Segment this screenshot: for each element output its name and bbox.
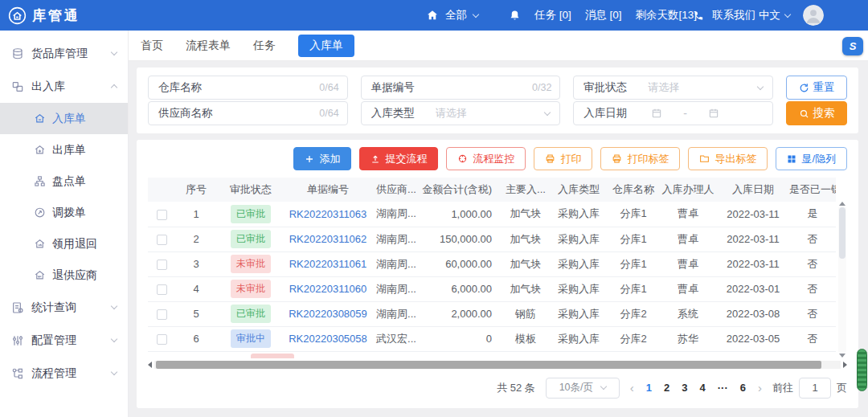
sidebar-item-outbound-order[interactable]: 出库单: [0, 134, 128, 166]
flow-monitor-button[interactable]: 流程监控: [446, 147, 526, 170]
inbound-type-select[interactable]: 入库类型 请选择: [361, 101, 561, 125]
doc-number-link[interactable]: RK20220311062: [289, 233, 367, 245]
vertical-scroll-track[interactable]: [838, 207, 846, 352]
reset-label: 重置: [813, 80, 835, 95]
horizontal-scroll-thumb[interactable]: [156, 361, 821, 369]
next-page-button[interactable]: ›: [758, 381, 762, 395]
sidebar-item-label: 入库单: [52, 112, 86, 126]
page-ellipsis[interactable]: ···: [718, 382, 728, 394]
status-badge: 审批中: [231, 329, 271, 348]
page-size-select[interactable]: 10条/页: [546, 378, 620, 399]
row-checkbox[interactable]: [157, 284, 167, 295]
print-button[interactable]: 打印: [534, 147, 592, 170]
submit-flow-button[interactable]: 提交流程: [359, 147, 438, 170]
cell-seq: 2: [175, 227, 217, 251]
cell-supplier: 湖南周...: [371, 227, 421, 251]
tab-home[interactable]: 首页: [141, 39, 163, 53]
supplier-name-field[interactable]: 供应商名称 0/64: [148, 101, 348, 125]
char-counter: 0/32: [436, 82, 560, 93]
reset-button[interactable]: 重置: [786, 76, 847, 100]
warehouse-name-field[interactable]: 仓库名称 0/64: [148, 76, 348, 100]
table-row[interactable]: 1 已审批 RK20220311063 湖南周... 1,000.00 加气块 …: [148, 202, 836, 227]
horizontal-scroll-track[interactable]: [154, 361, 841, 369]
row-checkbox[interactable]: [157, 235, 167, 245]
sidebar-item-inout[interactable]: 出入库: [0, 70, 128, 103]
sidebar-item-inbound-order[interactable]: 入库单: [0, 103, 128, 134]
floating-helper-button[interactable]: S: [842, 37, 863, 55]
inbound-date-range-field[interactable]: 入库日期 -: [573, 101, 773, 125]
export-tag-button[interactable]: 导出标签: [688, 147, 768, 170]
bell-icon[interactable]: [509, 10, 521, 22]
scroll-up-icon[interactable]: [839, 202, 845, 206]
print-tag-button[interactable]: 打印标签: [600, 147, 680, 170]
doc-number-link[interactable]: RK20220308059: [289, 308, 367, 320]
scroll-down-icon[interactable]: [839, 354, 845, 358]
sidebar-item-config[interactable]: 配置管理: [0, 324, 128, 357]
sidebar-item-stats[interactable]: 统计查询: [0, 291, 128, 324]
tab-task[interactable]: 任务: [253, 39, 276, 53]
search-button[interactable]: 搜索: [786, 101, 847, 125]
green-scroll-widget[interactable]: [857, 349, 867, 391]
table-row[interactable]: 6 审批中 RK20220305058 武汉宏... 0 模板 采购入库 分库2…: [148, 326, 836, 351]
sidebar-item-stocktake-order[interactable]: 盘点单: [0, 166, 128, 197]
sidebar-item-supplier-return[interactable]: 退供应商: [0, 260, 128, 291]
row-checkbox[interactable]: [157, 334, 167, 345]
vertical-scroll-thumb[interactable]: [839, 207, 845, 259]
tabbar: 首页 流程表单 任务 入库单: [129, 31, 868, 61]
contact-link[interactable]: 联系我们: [693, 0, 755, 31]
warehouse-back-icon: [34, 269, 46, 281]
page-6[interactable]: 6: [740, 382, 746, 394]
page-1[interactable]: 1: [646, 382, 652, 394]
show-hide-columns-button[interactable]: 显/隐列: [776, 147, 847, 170]
vertical-scrollbar[interactable]: [837, 202, 847, 358]
add-button[interactable]: 添加: [293, 147, 351, 170]
scroll-right-icon[interactable]: [843, 362, 847, 368]
sidebar-item-goods[interactable]: 货品库管理: [0, 37, 128, 70]
doc-number-link[interactable]: RK20220311063: [289, 208, 367, 220]
days-left-label: 剩余天数[13]: [636, 8, 698, 22]
table-row[interactable]: 4 未审批 RK20220311060 湖南周... 6,000.00 加气块 …: [148, 276, 836, 301]
printer-icon: [545, 153, 555, 164]
page-4[interactable]: 4: [700, 382, 706, 394]
tab-process-form[interactable]: 流程表单: [186, 39, 231, 53]
table-toolbar: 添加 提交流程 流程监控 打印 打印标签 导出标签: [148, 147, 847, 170]
doc-number-link[interactable]: RK20220305058: [289, 333, 367, 345]
tab-inbound-active[interactable]: 入库单: [298, 35, 354, 57]
doc-number-field[interactable]: 单据编号 0/32: [361, 76, 561, 100]
horizontal-scrollbar[interactable]: [148, 360, 847, 370]
table-row[interactable]: 3 未审批 RK20220311061 湖南周... 60,000.00 加气块…: [148, 251, 836, 276]
goto-page-input[interactable]: [799, 378, 831, 399]
sidebar-item-label: 出入库: [31, 80, 65, 94]
cell-handler: 苏华: [659, 326, 717, 351]
field-label: 供应商名称: [149, 106, 223, 121]
table-row[interactable]: 5 已审批 RK20220308059 湖南周... 2,000.00 钢筋 采…: [148, 301, 836, 326]
scope-select[interactable]: 全部: [426, 0, 478, 31]
prev-page-button[interactable]: ‹: [630, 381, 634, 395]
table-row[interactable]: 2 已审批 RK20220311062 湖南周... 150,000.00 加气…: [148, 227, 836, 251]
add-label: 添加: [319, 152, 340, 166]
inbound-table: 序号 审批状态 单据编号 供应商... 金额合计(含税) 主要入... 入库类型…: [148, 178, 836, 352]
tasks-counter[interactable]: 任务 [0]: [534, 8, 571, 22]
avatar[interactable]: [803, 5, 824, 26]
cell-type: 采购入库: [550, 202, 608, 227]
doc-number-link[interactable]: RK20220311060: [289, 283, 367, 295]
sidebar-item-transfer-order[interactable]: 调拨单: [0, 197, 128, 228]
doc-number-link[interactable]: RK20220311061: [289, 258, 367, 270]
folder-icon: [699, 153, 710, 164]
messages-counter[interactable]: 消息 [0]: [585, 8, 622, 22]
cell-supplier: 湖南周...: [371, 301, 421, 326]
approval-status-select[interactable]: 审批状态 请选择: [573, 76, 773, 100]
page-2[interactable]: 2: [664, 382, 669, 394]
sidebar-item-requisition-return[interactable]: 领用退回: [0, 228, 128, 260]
language-select[interactable]: 中文: [759, 0, 790, 31]
header-date: 入库日期: [717, 178, 789, 202]
page-3[interactable]: 3: [682, 382, 687, 394]
row-checkbox[interactable]: [157, 260, 167, 270]
scroll-left-icon[interactable]: [148, 362, 152, 368]
cell-amount: 2,000.00: [421, 301, 502, 326]
row-checkbox[interactable]: [157, 309, 167, 320]
sidebar-item-process[interactable]: 流程管理: [0, 357, 128, 390]
row-checkbox[interactable]: [157, 210, 167, 220]
cell-seq: 1: [175, 202, 217, 227]
date-range-inputs[interactable]: -: [648, 107, 772, 120]
